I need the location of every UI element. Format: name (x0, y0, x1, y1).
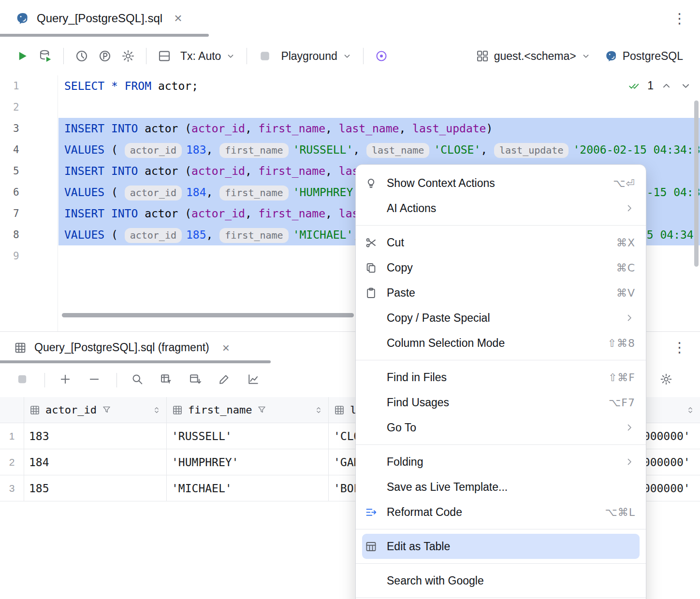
menu-item-folding[interactable]: Folding (356, 449, 646, 474)
menu-item-find-in-files[interactable]: Find in Files⇧⌘F (356, 365, 646, 390)
menu-item-find-usages[interactable]: Find Usages⌥F7 (356, 390, 646, 415)
table-cell[interactable]: 'HUMPHREY' (167, 449, 329, 475)
code-line[interactable]: INSERT INTO actor (actor_id, first_name,… (58, 118, 700, 139)
line-number[interactable]: 1 (0, 75, 58, 97)
menu-item-save-as-live-template[interactable]: Save as Live Template... (356, 474, 646, 499)
row-number[interactable]: 2 (0, 449, 24, 475)
parameter-hint: first_name (219, 228, 288, 243)
editor-vertical-scrollbar[interactable] (694, 100, 699, 267)
results-kebab-icon[interactable]: ⋮ (672, 341, 686, 355)
ai-assistant-button[interactable] (370, 45, 393, 67)
code-line[interactable] (58, 97, 700, 118)
results-tabbar-scrollbar[interactable] (0, 360, 271, 363)
previous-statement-icon[interactable] (660, 79, 673, 92)
column-header-actor_id[interactable]: actor_id (24, 397, 167, 423)
menu-item-right (624, 456, 635, 468)
line-number[interactable]: 7 (0, 203, 58, 224)
filter-grid-button[interactable] (157, 370, 176, 391)
sort-toggle[interactable] (685, 405, 695, 415)
line-number[interactable]: 6 (0, 182, 58, 203)
code-token: actor ( (138, 165, 191, 177)
menu-item-paste[interactable]: Paste⌘V (356, 280, 646, 305)
query-history-button[interactable] (70, 45, 93, 67)
menu-item-reformat-code[interactable]: Reformat Code⌥⌘L (356, 499, 646, 525)
menu-item-ai-actions[interactable]: AI Actions (356, 196, 646, 221)
table-cell[interactable]: 'MICHAEL' (167, 475, 329, 501)
next-statement-icon[interactable] (679, 79, 692, 92)
console-mode-selector[interactable]: Playground (277, 46, 356, 67)
tabbar-kebab-icon[interactable]: ⋮ (672, 12, 686, 26)
code-token: INSERT INTO (64, 165, 138, 177)
menu-item-copy-paste-special[interactable]: Copy / Paste Special (356, 305, 646, 330)
line-number[interactable]: 5 (0, 160, 58, 182)
tab-query-postgresql-sql[interactable]: Query_[PostgreSQL].sql × (0, 0, 190, 37)
tx-mode-selector[interactable]: Tx: Auto (176, 46, 240, 67)
menu-item-column-selection-mode[interactable]: Column Selection Mode⇧⌘8 (356, 330, 646, 356)
executed-count: 1 (647, 79, 654, 92)
delete-row-button[interactable] (85, 370, 104, 391)
stop-icon (258, 49, 272, 63)
menu-item-cut[interactable]: Cut⌘X (356, 230, 646, 255)
explain-plan-button[interactable] (93, 45, 117, 67)
stop-button[interactable] (13, 370, 32, 391)
execute-script-button[interactable] (34, 45, 57, 67)
menu-shortcut: ⌘C (616, 262, 635, 274)
code-token (104, 80, 111, 92)
menu-item-copy[interactable]: Copy⌘C (356, 255, 646, 280)
fragment-tab-close-icon[interactable]: × (222, 342, 230, 354)
add-row-button[interactable] (56, 370, 75, 391)
line-number[interactable]: 3 (0, 118, 58, 139)
code-token: ( (104, 143, 125, 156)
settings-button[interactable] (656, 370, 676, 391)
row-number[interactable]: 3 (0, 475, 24, 501)
search-button[interactable] (128, 370, 147, 391)
table-cell[interactable]: 'RUSSELL' (167, 423, 329, 449)
line-number[interactable]: 4 (0, 139, 58, 160)
export-grid-button[interactable] (186, 370, 205, 391)
edit-button[interactable] (215, 370, 234, 391)
funnel-icon (257, 405, 267, 415)
postgresql-file-icon (15, 11, 30, 26)
code-token: , (245, 165, 259, 177)
run-button[interactable] (11, 45, 34, 67)
table-icon (365, 540, 378, 553)
console-settings-button[interactable] (117, 45, 140, 67)
code-line[interactable]: VALUES ( actor_id183, first_name'RUSSELL… (58, 139, 700, 160)
line-number[interactable]: 9 (0, 245, 58, 267)
menu-item-label: Find Usages (387, 396, 609, 409)
toolbar-separator (363, 48, 364, 64)
stop-button[interactable] (253, 45, 277, 67)
editor-execution-status: 1 (628, 79, 692, 92)
menu-item-edit-as-table[interactable]: Edit as Table (362, 534, 640, 559)
menu-item-go-to[interactable]: Go To (356, 415, 646, 440)
dbms-selector[interactable]: PostgreSQL (599, 45, 687, 67)
code-line[interactable]: SELECT * FROM actor; (58, 75, 700, 97)
results-toolbar-separator (117, 373, 117, 387)
line-number[interactable]: 8 (0, 224, 58, 245)
row-number[interactable]: 1 (0, 423, 24, 449)
column-header-first_name[interactable]: first_name (167, 397, 329, 423)
in-editor-results-toggle[interactable] (153, 45, 176, 67)
table-cell[interactable]: 185 (24, 475, 167, 501)
editor-horizontal-scrollbar[interactable] (62, 313, 354, 317)
fragment-tab-title[interactable]: Query_[PostgreSQL].sql (fragment) (34, 341, 209, 354)
code-token: VALUES (64, 228, 104, 241)
sort-toggle[interactable] (152, 405, 161, 415)
table-cell[interactable]: 183 (24, 423, 167, 449)
parameter-hint: last_update (494, 143, 569, 158)
code-token: actor; (151, 80, 198, 92)
menu-item-search-with-google[interactable]: Search with Google (356, 568, 646, 593)
menu-item-show-context-actions[interactable]: Show Context Actions⌥⏎ (356, 171, 646, 196)
run-icon (15, 49, 29, 63)
code-token: ( (104, 228, 125, 241)
chart-button[interactable] (244, 370, 263, 391)
code-token: , (206, 228, 220, 241)
parameter-hint: actor_id (125, 185, 182, 200)
line-number[interactable]: 2 (0, 97, 58, 118)
schema-selector[interactable]: guest.<schema> (471, 45, 596, 67)
table-cell[interactable]: 184 (24, 449, 167, 475)
parameter-hint: last_name (366, 143, 429, 158)
sort-toggle[interactable] (314, 405, 323, 415)
tx-mode-selector-label: Tx: Auto (180, 50, 221, 63)
tab-close-icon[interactable]: × (174, 12, 182, 25)
